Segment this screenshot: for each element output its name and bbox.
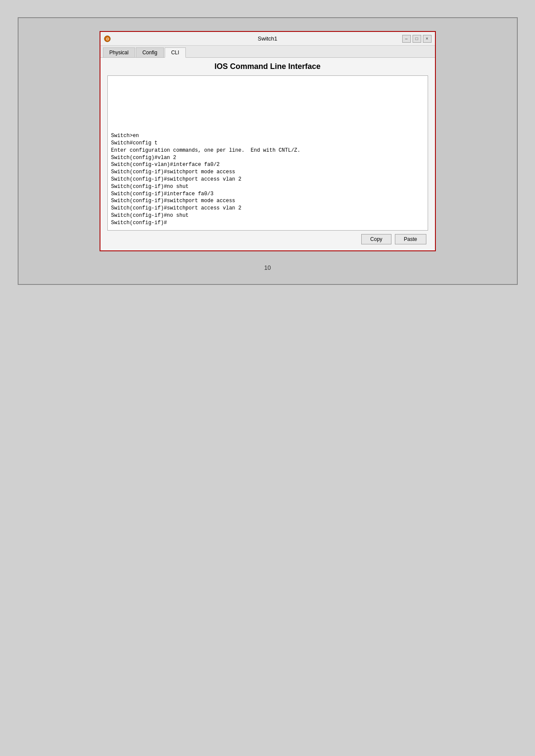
tab-physical[interactable]: Physical <box>103 47 135 57</box>
title-bar-controls: – □ × <box>402 35 432 43</box>
cli-output: Press RETURN to get started. Switch>en S… <box>111 75 424 227</box>
title-bar-left: ⚙ <box>104 35 111 42</box>
buttons-row: Copy Paste <box>107 231 428 246</box>
page-number: 10 <box>264 264 271 271</box>
tab-cli[interactable]: CLI <box>165 47 186 58</box>
tab-config[interactable]: Config <box>136 47 164 57</box>
window-app-icon: ⚙ <box>104 35 111 42</box>
cli-terminal[interactable]: Press RETURN to get started. Switch>en S… <box>107 75 428 231</box>
section-title: IOS Command Line Interface <box>107 62 428 71</box>
content-area: IOS Command Line Interface Press RETURN … <box>100 58 435 250</box>
page-wrapper: ⚙ Switch1 – □ × Physical Config CLI <box>18 17 518 285</box>
paste-button[interactable]: Paste <box>395 234 426 244</box>
restore-button[interactable]: □ <box>413 35 421 43</box>
close-button[interactable]: × <box>423 35 432 43</box>
minimize-button[interactable]: – <box>402 35 411 43</box>
window-container: ⚙ Switch1 – □ × Physical Config CLI <box>100 31 436 251</box>
window-title: Switch1 <box>258 35 278 42</box>
tabs-bar: Physical Config CLI <box>100 46 435 58</box>
title-bar: ⚙ Switch1 – □ × <box>100 32 435 46</box>
copy-button[interactable]: Copy <box>361 234 391 244</box>
svg-text:⚙: ⚙ <box>105 37 109 41</box>
